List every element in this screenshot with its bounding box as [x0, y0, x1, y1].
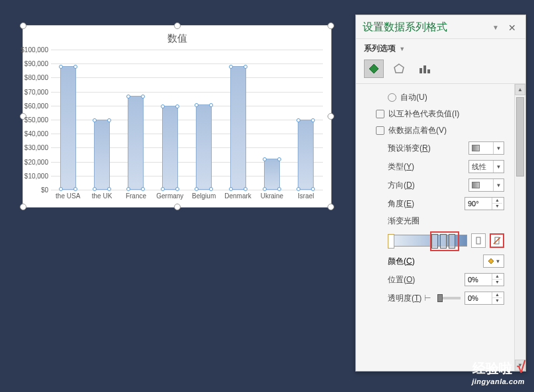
- data-point-handle[interactable]: [175, 187, 179, 191]
- scroll-up-button[interactable]: ▲: [515, 84, 525, 95]
- angle-spinner[interactable]: ▲▼: [465, 197, 504, 210]
- bar[interactable]: [230, 66, 246, 190]
- data-point-handle[interactable]: [229, 65, 233, 69]
- add-gradient-stop-button[interactable]: [471, 233, 486, 248]
- gradient-stops-row: [369, 229, 520, 252]
- y-tick-label: $60,000: [24, 102, 51, 109]
- bar[interactable]: [94, 120, 110, 190]
- slider-thumb[interactable]: [437, 294, 443, 302]
- data-point-handle[interactable]: [263, 157, 267, 161]
- resize-handle[interactable]: [20, 22, 26, 29]
- data-point-handle[interactable]: [209, 187, 213, 191]
- data-point-handle[interactable]: [93, 118, 97, 122]
- x-tick-label: Germany: [153, 192, 187, 203]
- remove-gradient-stop-button[interactable]: [490, 233, 504, 248]
- tab-series-options[interactable]: [414, 59, 434, 78]
- data-point-handle[interactable]: [195, 187, 199, 191]
- color-picker-button[interactable]: ▼: [483, 255, 504, 268]
- resize-handle[interactable]: [328, 113, 334, 120]
- data-point-handle[interactable]: [126, 187, 130, 191]
- y-tick-label: $50,000: [24, 116, 51, 124]
- position-spinner[interactable]: ▲▼: [465, 273, 504, 286]
- resize-handle[interactable]: [328, 204, 334, 210]
- spin-down[interactable]: ▼: [492, 280, 502, 286]
- svg-rect-3: [427, 69, 430, 73]
- data-point-handle[interactable]: [161, 187, 165, 191]
- tab-fill-line[interactable]: [364, 59, 384, 78]
- panel-tabs: [356, 57, 525, 84]
- spin-down[interactable]: ▼: [492, 204, 502, 210]
- y-tick-label: $80,000: [24, 74, 51, 81]
- position-input[interactable]: [465, 276, 492, 284]
- data-point-handle[interactable]: [296, 187, 300, 191]
- gradient-stop[interactable]: [440, 234, 447, 249]
- close-icon[interactable]: ✕: [506, 22, 519, 33]
- data-point-handle[interactable]: [59, 187, 63, 191]
- data-point-handle[interactable]: [229, 187, 233, 191]
- option-invert-negative[interactable]: 以互补色代表负值(I): [369, 106, 520, 122]
- x-tick-label: the USA: [51, 192, 85, 203]
- data-point-handle[interactable]: [73, 65, 77, 69]
- data-point-handle[interactable]: [311, 118, 315, 122]
- panel-dropdown-icon[interactable]: ▼: [492, 24, 499, 31]
- gradient-stop[interactable]: [449, 234, 455, 249]
- spin-up[interactable]: ▲: [492, 292, 502, 298]
- option-auto[interactable]: 自动(U): [369, 89, 520, 106]
- preset-gradient-combo[interactable]: ▼: [468, 141, 504, 155]
- data-point-handle[interactable]: [296, 118, 300, 122]
- gradient-track[interactable]: [388, 235, 467, 247]
- scrollbar[interactable]: ▲ ▼: [514, 84, 525, 371]
- resize-handle[interactable]: [174, 204, 181, 210]
- x-axis[interactable]: the USAthe UKFranceGermanyBelgiumDenmark…: [51, 192, 323, 203]
- bar[interactable]: [128, 96, 144, 190]
- chart-area[interactable]: 数值 $0$10,000$20,000$30,000$40,000$50,000…: [22, 25, 332, 208]
- data-point-handle[interactable]: [244, 65, 247, 69]
- data-point-handle[interactable]: [244, 187, 247, 191]
- spin-up[interactable]: ▲: [492, 274, 502, 280]
- data-point-handle[interactable]: [263, 187, 267, 191]
- scroll-thumb[interactable]: [516, 97, 524, 176]
- plot-area[interactable]: $0$10,000$20,000$30,000$40,000$50,000$60…: [51, 50, 323, 190]
- resize-handle[interactable]: [328, 22, 334, 29]
- transparency-spinner[interactable]: ▲▼: [465, 292, 504, 305]
- resize-handle[interactable]: [20, 204, 26, 210]
- data-point-handle[interactable]: [161, 104, 165, 108]
- bar[interactable]: [298, 120, 314, 190]
- data-point-handle[interactable]: [59, 65, 63, 69]
- transparency-slider[interactable]: [437, 297, 461, 299]
- data-point-handle[interactable]: [195, 103, 199, 107]
- data-point-handle[interactable]: [141, 187, 145, 191]
- resize-handle[interactable]: [174, 22, 181, 29]
- data-point-handle[interactable]: [209, 103, 213, 107]
- field-position: 位置(O) ▲▼: [369, 270, 520, 289]
- data-point-handle[interactable]: [107, 187, 111, 191]
- field-transparency: 透明度(T) ⊢ ▲▼: [369, 289, 520, 307]
- data-point-handle[interactable]: [73, 187, 77, 191]
- data-point-handle[interactable]: [277, 157, 281, 161]
- checkbox-icon: [376, 126, 384, 135]
- type-combo[interactable]: 线性 ▼: [468, 160, 504, 173]
- bar[interactable]: [196, 104, 212, 190]
- spin-down[interactable]: ▼: [492, 298, 502, 304]
- gradient-stop[interactable]: [431, 234, 438, 249]
- data-point-handle[interactable]: [107, 118, 111, 122]
- direction-combo[interactable]: ▼: [468, 178, 504, 192]
- field-type: 类型(Y) 线性 ▼: [369, 157, 520, 176]
- transparency-input[interactable]: [465, 294, 492, 302]
- data-series[interactable]: [51, 50, 323, 190]
- tab-effects[interactable]: [389, 59, 409, 78]
- spin-up[interactable]: ▲: [492, 198, 502, 204]
- series-options-dropdown[interactable]: 系列选项 ▼: [356, 39, 525, 57]
- option-vary-colors[interactable]: 依数据点着色(V): [369, 122, 520, 139]
- bar[interactable]: [60, 66, 76, 190]
- bar[interactable]: [264, 159, 280, 190]
- data-point-handle[interactable]: [311, 187, 315, 191]
- bar[interactable]: [162, 106, 178, 190]
- angle-input[interactable]: [465, 200, 492, 208]
- data-point-handle[interactable]: [175, 104, 179, 108]
- data-point-handle[interactable]: [141, 95, 145, 98]
- gradient-stop[interactable]: [388, 234, 394, 249]
- data-point-handle[interactable]: [277, 187, 281, 191]
- data-point-handle[interactable]: [126, 95, 130, 98]
- data-point-handle[interactable]: [93, 187, 97, 191]
